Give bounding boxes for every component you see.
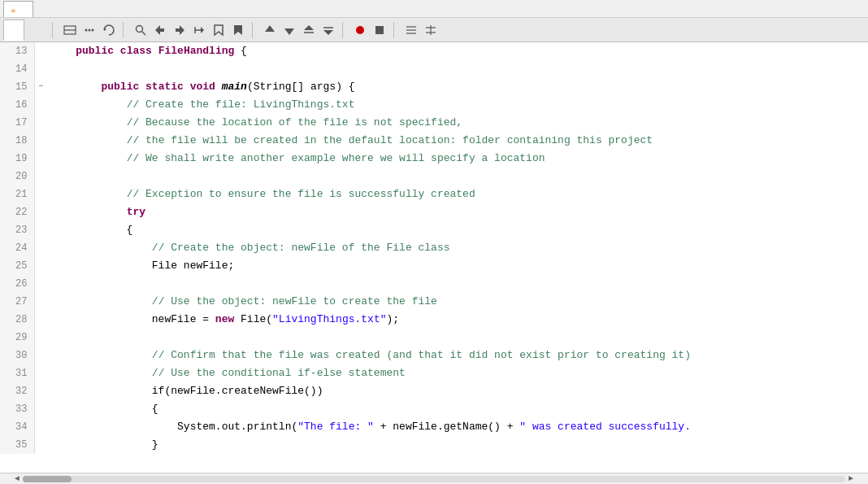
toolbar-btn-4[interactable]	[190, 21, 208, 39]
toolbar-icons-group2	[132, 21, 247, 39]
table-row: 28 newFile = new File("LivingThings.txt"…	[0, 311, 868, 329]
line-number: 27	[0, 293, 34, 311]
toolbar-btn-up[interactable]	[261, 21, 279, 39]
code-scroll[interactable]: 13 public class FileHandling {14 15− pub…	[0, 42, 868, 473]
toolbar-btn-grid[interactable]	[402, 21, 420, 39]
line-number: 17	[0, 114, 34, 132]
table-row: 30 // Confirm that the file was created …	[0, 347, 868, 364]
toolbar-btn-search[interactable]	[132, 21, 150, 39]
fold-indicator	[34, 257, 47, 275]
fold-indicator	[34, 293, 47, 311]
scroll-left-arrow[interactable]: ◄	[11, 474, 23, 483]
code-line: // Because the location of the file is n…	[47, 114, 868, 132]
code-line: // We shall write another example where …	[47, 150, 868, 168]
line-number: 14	[0, 60, 34, 78]
line-number: 23	[0, 221, 34, 239]
table-row: 25 File newFile;	[0, 257, 868, 275]
table-row: 21 // Exception to ensure the file is su…	[0, 185, 868, 203]
toolbar-btn-1[interactable]	[61, 21, 79, 39]
toolbar-btn-next[interactable]	[171, 21, 189, 39]
fold-indicator	[34, 114, 47, 132]
code-line: System.out.println("The file: " + newFil…	[47, 418, 868, 436]
code-area: 13 public class FileHandling {14 15− pub…	[0, 42, 868, 484]
toolbar-btn-5[interactable]	[210, 21, 228, 39]
code-table: 13 public class FileHandling {14 15− pub…	[0, 42, 868, 454]
file-tab[interactable]: ☕	[3, 1, 33, 17]
code-line: File newFile;	[47, 257, 868, 275]
toolbar-btn-6[interactable]	[229, 21, 247, 39]
toolbar-separator-1	[52, 22, 53, 38]
code-line: if(newFile.createNewFile())	[47, 382, 868, 400]
tab-bar	[0, 18, 868, 42]
line-number: 30	[0, 347, 34, 364]
fold-indicator	[34, 311, 47, 329]
line-number: 34	[0, 418, 34, 436]
line-number: 16	[0, 96, 34, 114]
toolbar-btn-3[interactable]	[100, 21, 118, 39]
table-row: 17 // Because the location of the file i…	[0, 114, 868, 132]
line-number: 18	[0, 132, 34, 150]
toolbar-btn-up2[interactable]	[300, 21, 318, 39]
code-line: // Create the object: newFile of the Fil…	[47, 239, 868, 257]
source-tab[interactable]	[3, 20, 24, 41]
table-row: 35 }	[0, 436, 868, 454]
fold-indicator	[34, 96, 47, 114]
table-row: 26	[0, 275, 868, 293]
scrollbar-thumb[interactable]	[23, 476, 72, 482]
svg-marker-11	[201, 27, 204, 33]
history-tab[interactable]	[26, 20, 47, 41]
fold-indicator	[34, 221, 47, 239]
fold-indicator	[34, 364, 47, 382]
fold-indicator	[34, 150, 47, 168]
line-number: 20	[0, 168, 34, 185]
fold-indicator[interactable]: −	[34, 78, 47, 96]
fold-indicator	[34, 418, 47, 436]
table-row: 24 // Create the object: newFile of the …	[0, 239, 868, 257]
toolbar-btn-down[interactable]	[280, 21, 298, 39]
code-line	[47, 329, 868, 347]
fold-indicator	[34, 239, 47, 257]
line-number: 33	[0, 400, 34, 418]
scrollbar-track[interactable]	[23, 476, 845, 482]
fold-indicator	[34, 347, 47, 364]
code-line	[47, 275, 868, 293]
table-row: 27 // Use the object: newFile to create …	[0, 293, 868, 311]
table-row: 15− public static void main(String[] arg…	[0, 78, 868, 96]
line-number: 22	[0, 203, 34, 221]
toolbar-btn-record[interactable]	[351, 21, 369, 39]
table-row: 23 {	[0, 221, 868, 239]
fold-indicator	[34, 436, 47, 454]
toolbar-btn-2[interactable]	[80, 21, 98, 39]
fold-indicator	[34, 132, 47, 150]
line-number: 21	[0, 185, 34, 203]
toolbar-btn-prev[interactable]	[151, 21, 169, 39]
code-line: {	[47, 221, 868, 239]
toolbar-separator-2	[123, 22, 124, 38]
fold-indicator	[34, 329, 47, 347]
table-row: 16 // Create the file: LivingThings.txt	[0, 96, 868, 114]
horizontal-scrollbar[interactable]: ◄ ►	[0, 473, 868, 484]
table-row: 20	[0, 168, 868, 185]
svg-marker-5	[104, 28, 106, 31]
toolbar-icons-group3	[261, 21, 337, 39]
table-row: 34 System.out.println("The file: " + new…	[0, 418, 868, 436]
fold-indicator	[34, 60, 47, 78]
line-number: 19	[0, 150, 34, 168]
svg-point-4	[92, 28, 94, 31]
line-number: 15	[0, 78, 34, 96]
fold-indicator	[34, 203, 47, 221]
fold-indicator	[34, 382, 47, 400]
line-number: 32	[0, 382, 34, 400]
scroll-right-arrow[interactable]: ►	[845, 474, 857, 483]
table-row: 33 {	[0, 400, 868, 418]
line-number: 35	[0, 436, 34, 454]
toolbar-btn-stop[interactable]	[371, 21, 388, 39]
svg-marker-13	[215, 25, 223, 35]
table-row: 19 // We shall write another example whe…	[0, 150, 868, 168]
svg-point-6	[137, 25, 143, 32]
toolbar-btn-grid2[interactable]	[422, 21, 440, 39]
toolbar-btn-down2[interactable]	[319, 21, 337, 39]
code-line: // Use the object: newFile to create the…	[47, 293, 868, 311]
toolbar-separator-3	[252, 22, 253, 38]
line-number: 31	[0, 364, 34, 382]
